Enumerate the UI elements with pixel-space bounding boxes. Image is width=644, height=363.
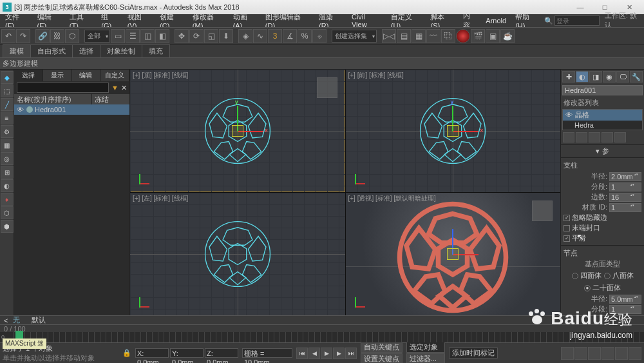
rail-icon[interactable]: ♦ [1,193,14,206]
modifier-stack[interactable]: 👁晶格 Hedra [562,109,643,130]
nav-orbit-icon[interactable] [615,347,628,360]
tab-objectpaint[interactable]: 对象绘制 [100,44,142,57]
menu-arnold[interactable]: Arnold [482,15,510,26]
object-hedra[interactable] [202,219,273,289]
goto-end-button[interactable]: ⏭ [345,348,357,359]
stack-item-hedra[interactable]: Hedra [563,121,642,130]
selection-gizmo[interactable] [232,125,243,137]
rail-icon[interactable]: ◆ [1,71,14,84]
scale-button[interactable]: ◱ [204,29,218,43]
scene-search-input[interactable] [17,83,109,93]
move-button[interactable]: ✥ [175,29,189,43]
rollout-header[interactable]: ▾ 参 [596,147,609,155]
eye-icon[interactable]: 👁 [17,106,24,113]
pin-stack-icon[interactable] [563,132,574,142]
viewport-top[interactable]: [+] [顶] [标准] [线框] xy [130,70,345,192]
next-frame-button[interactable]: ▶ [333,348,345,359]
nav-maxtoggle-icon[interactable] [629,347,641,360]
render-setup-button[interactable]: 🎬 [471,29,485,43]
rail-icon[interactable]: ▦ [1,139,14,152]
radio-tetra[interactable]: 四面体 [572,271,601,280]
modifier-list-label[interactable]: 修改器列表 [561,97,644,109]
smooth-checkbox[interactable]: ✓ [564,235,570,242]
select-button[interactable]: ▭ [111,29,125,43]
rail-icon[interactable]: ⚙ [1,125,14,138]
unlink-button[interactable]: ⛓ [50,29,64,43]
remove-mod-icon[interactable] [601,132,613,142]
tab-populate[interactable]: 填充 [142,44,170,57]
radio-icosa[interactable]: ●二十面体 [584,283,621,293]
key-default-label[interactable]: 默认 [32,315,46,325]
scene-tab-select[interactable]: 选择 [14,70,43,81]
rail-icon[interactable]: ≡ [1,112,14,124]
rail-icon[interactable]: ╱ [1,98,14,111]
link-button[interactable]: 🔗 [35,29,50,43]
render-frame-button[interactable]: ▣ [486,29,500,43]
nav-zoomall-icon[interactable] [574,347,587,360]
viewport-label[interactable]: [+] [透视] [标准] [默认明暗处理] [348,194,436,203]
nav-pan-icon[interactable] [601,347,614,360]
display-tab-icon[interactable]: 🖵 [616,71,629,83]
render-button[interactable]: ☕ [500,29,515,43]
key-filter-combo[interactable]: 选定对象 [406,342,445,353]
key-filters-button[interactable]: 过滤器... [406,353,445,363]
scene-tab-custom[interactable]: 自定义 [100,70,129,81]
spinner-snap-button[interactable]: ⟐ [312,29,327,43]
stack-item-lattice[interactable]: 👁晶格 [563,110,642,121]
scene-item-hedra[interactable]: 👁 Hedra001 [14,104,129,115]
named-selection[interactable]: 创建选择集 [332,30,377,43]
object-name-field[interactable]: Hedra001 [562,85,643,95]
viewport-label[interactable]: [+] [左] [标准] [线框] [133,194,188,203]
angle-snap-button[interactable]: ∡ [283,29,297,43]
rail-icon[interactable]: ⬡ [1,206,14,219]
viewport-perspective[interactable]: [+] [透视] [标准] [默认明暗处理] [346,193,561,315]
snap3-icon[interactable]: 3 [268,29,282,43]
radio-octa[interactable]: 八面体 [604,271,634,280]
tab-modeling[interactable]: 建模 [3,44,31,57]
lock-icon[interactable]: 🔒 [122,349,131,357]
funnel-icon[interactable]: ▼ [111,84,118,92]
matid-spinner[interactable]: 1▴▾ [609,203,641,212]
rotate-button[interactable]: ⟳ [189,29,204,43]
rail-icon[interactable]: ⬢ [1,220,14,233]
endcaps-checkbox[interactable] [564,225,570,231]
curve-editor-button[interactable]: 〰 [426,29,440,43]
viewcube[interactable] [532,201,553,221]
setkey-button[interactable]: 设置关键点 [361,353,402,363]
unique-icon[interactable] [589,132,600,142]
show-end-icon[interactable] [576,132,587,142]
segments-spinner[interactable]: 1▴▾ [609,182,641,191]
create-tab-icon[interactable]: ✚ [562,71,575,83]
window-crossing-button[interactable]: ◧ [155,29,169,43]
coord-x[interactable]: X: 0.0mm [135,348,169,358]
select-region-button[interactable]: ◫ [140,29,155,43]
prev-frame-button[interactable]: ◀ [308,348,320,359]
percent-snap-button[interactable]: % [298,29,312,43]
snap-button[interactable]: ∿ [253,29,267,43]
ref-coord-button[interactable]: ◈ [238,29,252,43]
autokey-button[interactable]: 自动关键点 [361,342,402,353]
maxscript-listener[interactable]: MAXScript 迷 [3,338,46,349]
undo-button[interactable]: ↶ [1,29,15,43]
viewport-label[interactable]: [+] [顶] [标准] [线框] [133,71,188,80]
redo-button[interactable]: ↷ [16,29,30,43]
rail-icon[interactable]: ⊞ [1,166,14,179]
col-freeze[interactable]: 冻结 [91,94,129,104]
key-none-label[interactable]: 无 [13,315,20,325]
viewport-left[interactable]: [+] [左] [标准] [线框] [130,193,345,315]
tab-freeform[interactable]: 自由形式 [30,44,73,57]
align-button[interactable]: ▤ [397,29,411,43]
time-tag-combo[interactable]: 添加时间标记 [449,348,498,358]
search-x-icon[interactable]: ✕ [121,84,127,92]
timeline[interactable]: 0 [0,332,644,342]
joint-radius-spinner[interactable]: 5.0mm▴▾ [609,295,641,304]
config-icon[interactable] [614,132,626,142]
tab-selection[interactable]: 选择 [72,44,100,57]
sides-spinner[interactable]: 16▴▾ [609,193,641,202]
search-input[interactable] [554,15,600,26]
rail-icon[interactable]: ⬚ [1,84,14,97]
viewcube[interactable] [317,77,337,98]
mirror-button[interactable]: ▷◁ [382,29,396,43]
select-name-button[interactable]: ☰ [126,29,140,43]
layers-button[interactable]: ▦ [412,29,426,43]
